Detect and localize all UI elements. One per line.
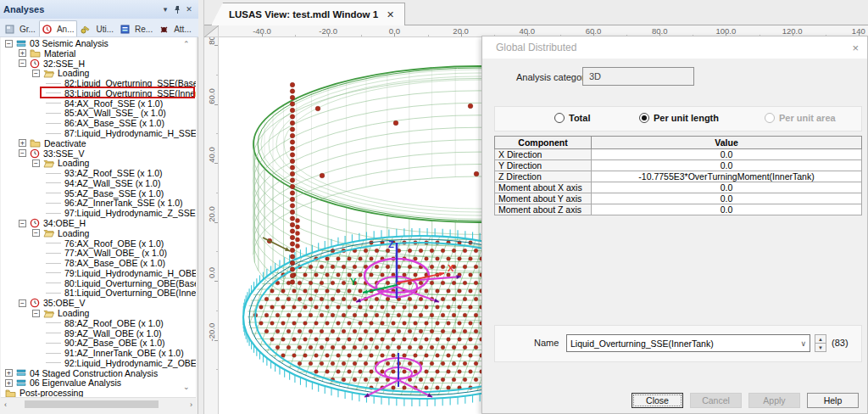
name-id-stepper[interactable]: ▲ ▼ — [815, 334, 826, 352]
panel-tab-attributes[interactable]: Att... — [156, 20, 195, 36]
tree-item-label[interactable]: 94:AZ_Wall_SSE (x 1.0) — [64, 178, 160, 188]
panel-close-icon[interactable]: ✕ — [183, 3, 195, 15]
scroll-right-icon[interactable]: › — [190, 400, 192, 409]
tree-row[interactable]: 81:Liquid_Overturning_OBE(InnerTank — [46, 288, 196, 298]
spin-up-icon[interactable]: ▲ — [815, 335, 826, 344]
radio-per-unit-length[interactable]: Per unit length — [639, 113, 719, 123]
help-button[interactable]: Help — [807, 393, 859, 408]
scroll-left-icon[interactable]: ‹ — [4, 400, 7, 409]
view-tab[interactable]: LUSAS View: test.mdl Window 1 ✕ — [211, 3, 405, 25]
value-cell[interactable]: 0.0 — [592, 149, 862, 160]
tree-row[interactable]: −Loading — [32, 158, 89, 168]
tree-item-label[interactable]: 93:AZ_Roof_SSE (x 1.0) — [64, 168, 163, 178]
value-cell[interactable]: 0.0 — [592, 160, 862, 171]
tree-row[interactable]: 76:AX_Roof_OBE (x 1.0) — [46, 238, 164, 249]
tree-item-label[interactable]: 76:AX_Roof_OBE (x 1.0) — [64, 238, 164, 249]
radio-button-icon[interactable] — [639, 113, 649, 123]
tree-row[interactable]: 79:Liquid_Hydrodynamic_H_OBE (x 1. — [46, 268, 196, 278]
tree-row[interactable]: 82:Liquid_Overturning_SSE(BaseSlab) — [46, 78, 196, 88]
collapse-icon[interactable]: − — [32, 229, 40, 237]
tree-row[interactable]: 92:Liquid_Hydrodynamic_Z_OBE (x 1. — [46, 358, 196, 368]
tree-row[interactable]: 93:AZ_Roof_SSE (x 1.0) — [46, 168, 163, 178]
tree-item-label[interactable]: 86:AX_Base_SSE (x 1.0) — [64, 118, 164, 128]
tree-row[interactable]: −34:OBE_H — [19, 218, 86, 228]
tree-item-label[interactable]: 82:Liquid_Overturning_SSE(BaseSlab) — [64, 78, 196, 88]
tree-row[interactable]: −Loading — [32, 228, 89, 238]
tree-item-label[interactable]: 32:SSE_H — [43, 59, 85, 69]
tree-item-label[interactable]: 34:OBE_H — [43, 218, 86, 228]
name-combobox[interactable]: Liquid_Overturning_SSE(InnerTank) ∨ — [566, 334, 810, 352]
scrollbar-thumb[interactable] — [25, 400, 159, 408]
tree-item-label[interactable]: 03 Seismic Analysis — [30, 38, 108, 48]
tree-horizontal-scrollbar[interactable]: ‹ › — [1, 397, 196, 410]
tree-item-label[interactable]: 85:AX_Wall_SSE_ (x 1.0) — [64, 108, 166, 118]
tree-item-label[interactable]: 81:Liquid_Overturning_OBE(InnerTank — [64, 288, 196, 298]
panel-tab-utilities[interactable]: Uti... — [77, 20, 117, 36]
tree-item-label[interactable]: 06 Eigenvalue Analysis — [30, 378, 121, 388]
tree-row[interactable]: −Loading — [32, 308, 89, 318]
collapse-icon[interactable]: − — [19, 59, 26, 67]
tree-item-label[interactable]: 97:Liquid_Hydrodynamic_Z_SSE (x 1.0 — [64, 208, 196, 218]
tree-row[interactable]: −32:SSE_H — [19, 59, 85, 69]
panel-splitter[interactable] — [198, 0, 204, 414]
expand-icon[interactable]: + — [5, 379, 13, 387]
tree-scroll-down-icon[interactable]: ⌄ — [183, 383, 190, 391]
expand-icon[interactable]: + — [5, 369, 13, 377]
spin-down-icon[interactable]: ▼ — [815, 344, 826, 351]
tree-item-label[interactable]: 91:AZ_InnerTank_OBE (x 1.0) — [64, 348, 184, 358]
tree-item-label[interactable]: 88:AZ_Roof_OBE (x 1.0) — [64, 318, 164, 328]
tree-row[interactable]: 94:AZ_Wall_SSE (x 1.0) — [46, 178, 160, 188]
tree-item-label[interactable]: 92:Liquid_Hydrodynamic_Z_OBE (x 1. — [64, 358, 196, 368]
tree-row[interactable]: −33:SSE_V — [19, 148, 84, 159]
tree-item-label[interactable]: 84:AX_Roof_SSE (x 1.0) — [64, 98, 163, 109]
tree-row[interactable]: 89:AZ_Wall_OBE (x 1.0) — [46, 328, 162, 338]
tree-item-label[interactable]: 95:AZ_Base_SSE (x 1.0) — [64, 188, 164, 199]
tree-item-label[interactable]: 83:Liquid_Overturning_SSE(InnerTank — [64, 88, 196, 98]
dialog-title-bar[interactable]: Global Distributed × — [482, 36, 867, 59]
collapse-icon[interactable]: − — [32, 159, 40, 167]
tree-item-label[interactable]: Deactivate — [44, 138, 86, 148]
tree-item-label[interactable]: Post-processing — [19, 388, 83, 397]
tree-row[interactable]: −Loading — [32, 68, 89, 78]
value-cell[interactable]: -10.7755E3*OverTurningMoment(InnerTank) — [592, 171, 862, 182]
tree-row[interactable]: 87:Liquid_Hydrodynamic_H_SSE (x 1.0 — [46, 128, 196, 138]
tree-row[interactable]: 96:AZ_InnerTank_SSE (x 1.0) — [46, 198, 183, 208]
collapse-icon[interactable]: − — [19, 220, 26, 227]
tree-item-label[interactable]: 80:Liquid_Overturning_OBE(BaseSlab) — [64, 278, 196, 288]
collapse-icon[interactable]: − — [19, 149, 26, 157]
tree-row[interactable]: 77:AX_Wall_OBE_ (x 1.0) — [46, 248, 167, 258]
tree-row[interactable]: 83:Liquid_Overturning_SSE(InnerTank — [46, 88, 196, 98]
tree-scroll-up-icon[interactable]: ⌃ — [183, 41, 190, 48]
collapse-icon[interactable]: − — [5, 40, 13, 48]
tree-row[interactable]: +Material — [19, 48, 75, 59]
dialog-close-icon[interactable]: × — [852, 42, 859, 54]
tree-item-label[interactable]: 77:AX_Wall_OBE_ (x 1.0) — [64, 248, 167, 258]
tree-item-label[interactable]: 89:AZ_Wall_OBE (x 1.0) — [64, 328, 162, 338]
panel-tab-groups[interactable]: Gr... — [2, 20, 39, 36]
tree-item-label[interactable]: 35:OBE_V — [43, 298, 86, 308]
value-cell[interactable]: 0.0 — [592, 204, 862, 215]
tree-item-label[interactable]: Loading — [58, 228, 89, 238]
tree-item-label[interactable]: Loading — [58, 68, 89, 78]
chevron-down-icon[interactable]: ∨ — [800, 339, 806, 348]
expand-icon[interactable]: + — [19, 49, 26, 57]
tree-item-label[interactable]: 90:AZ_Base_OBE (x 1.0) — [64, 338, 164, 348]
tree-item-label[interactable]: 87:Liquid_Hydrodynamic_H_SSE (x 1.0 — [64, 128, 196, 138]
tree-item-label[interactable]: 04 Staged Construction Analysis — [30, 368, 158, 378]
collapse-icon[interactable]: − — [19, 299, 26, 307]
tree-row[interactable]: 86:AX_Base_SSE (x 1.0) — [46, 118, 164, 128]
tree-row[interactable]: +04 Staged Construction Analysis — [5, 368, 158, 378]
tree-row[interactable]: 84:AX_Roof_SSE (x 1.0) — [46, 98, 163, 109]
tree-item-label[interactable]: 33:SSE_V — [43, 148, 84, 159]
tree-item-label[interactable]: 96:AZ_InnerTank_SSE (x 1.0) — [64, 198, 183, 208]
tree-row[interactable]: 95:AZ_Base_SSE (x 1.0) — [46, 188, 164, 199]
tree-row[interactable]: Post-processing — [5, 388, 83, 397]
close-button[interactable]: Close — [632, 393, 683, 408]
tree-row[interactable]: −03 Seismic Analysis — [5, 38, 108, 48]
tree-row[interactable]: 78:AX_Base_OBE (x 1.0) — [46, 258, 165, 268]
tree-row[interactable]: 88:AZ_Roof_OBE (x 1.0) — [46, 318, 164, 328]
tree-row[interactable]: +06 Eigenvalue Analysis — [5, 378, 121, 388]
tree-item-label[interactable]: Loading — [58, 158, 89, 168]
value-cell[interactable]: 0.0 — [592, 182, 862, 193]
value-cell[interactable]: 0.0 — [592, 193, 862, 204]
